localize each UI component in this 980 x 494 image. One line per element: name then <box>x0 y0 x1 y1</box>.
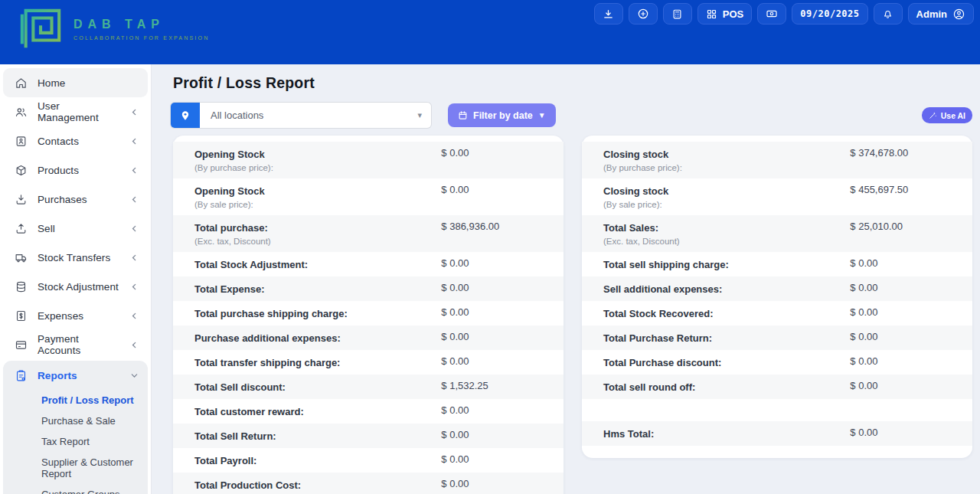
row-label: Total purchase shipping charge: <box>194 306 441 320</box>
calendar-icon <box>458 110 468 120</box>
row-value: $ 0.00 <box>441 184 542 195</box>
row-value: $ 0.00 <box>441 355 542 367</box>
sidebar-item-supplier-customer-report[interactable]: Supplier & Customer Report <box>3 452 148 484</box>
sidebar-item-profit-loss-report[interactable]: Profit / Loss Report <box>3 390 148 411</box>
chevron-left-icon <box>129 283 139 291</box>
chevron-left-icon <box>129 341 139 349</box>
cash-icon <box>766 8 778 20</box>
row-value: $ 25,010.00 <box>850 221 951 232</box>
box-icon <box>14 163 28 177</box>
location-pin-icon <box>171 103 200 128</box>
report-row: Total customer reward:$ 0.00 <box>173 399 564 424</box>
select-caret-icon: ▾ <box>417 103 431 128</box>
home-icon <box>14 76 28 90</box>
sidebar-item-sell[interactable]: Sell <box>3 214 148 243</box>
sidebar-item-stock-adjustment[interactable]: Stock Adjustment <box>3 272 148 301</box>
sidebar-item-expenses[interactable]: Expenses <box>3 301 148 330</box>
profit-loss-cards: Opening Stock(By purchase price):$ 0.00O… <box>152 128 980 494</box>
sidebar-item-contacts[interactable]: Contacts <box>3 126 148 155</box>
row-value: $ 0.00 <box>850 427 951 438</box>
sidebar-item-payment-accounts[interactable]: Payment Accounts <box>3 330 148 359</box>
row-label: Total Sell Return: <box>194 429 441 443</box>
row-value: $ 0.00 <box>850 257 951 269</box>
top-header: DAB TAP COLLABORATION FOR EXPANSION POS … <box>0 0 980 64</box>
report-row: Total Sell Return:$ 0.00 <box>173 424 564 448</box>
sidebar-item-products[interactable]: Products <box>3 155 148 185</box>
date-display[interactable]: 09/20/2025 <box>792 3 867 25</box>
row-label: Total Sell discount: <box>194 380 441 394</box>
calculator-icon <box>671 8 683 20</box>
row-value: $ 0.00 <box>441 282 542 293</box>
report-row: Total purchase shipping charge:$ 0.00 <box>173 301 564 326</box>
report-row: Total purchase:(Exc. tax, Discount)$ 386… <box>173 215 564 252</box>
report-row: Hms Total:$ 0.00 <box>582 421 972 446</box>
add-button[interactable] <box>629 3 658 25</box>
filter-by-date-button[interactable]: Filter by date ▼ <box>448 103 556 127</box>
income-card: Closing stock(By purchase price):$ 374,6… <box>582 136 972 458</box>
bell-icon <box>882 8 893 20</box>
row-value: $ 0.00 <box>441 429 542 440</box>
chevron-down-icon <box>129 371 139 380</box>
row-label: Total customer reward: <box>194 404 441 418</box>
report-row: Opening Stock(By sale price):$ 0.00 <box>173 178 564 215</box>
admin-label: Admin <box>916 8 947 20</box>
row-label: Closing stock(By purchase price): <box>603 147 850 173</box>
cash-register-button[interactable] <box>757 3 786 25</box>
notifications-button[interactable] <box>874 3 903 25</box>
grid-icon <box>706 8 717 20</box>
row-label: Total Payroll: <box>194 453 441 467</box>
filter-by-date-label: Filter by date <box>473 110 533 121</box>
pos-button[interactable]: POS <box>697 3 752 25</box>
row-value: $ 0.00 <box>850 380 951 391</box>
chevron-left-icon <box>129 224 139 233</box>
row-label: Hms Total: <box>603 427 850 440</box>
row-label: Total Expense: <box>194 282 441 296</box>
row-value: $ 0.00 <box>850 331 951 342</box>
row-sublabel: (Exc. tax, Discount) <box>603 237 850 247</box>
location-select[interactable]: All locations ▾ <box>171 103 431 128</box>
report-row: Total Stock Adjustment:$ 0.00 <box>173 252 564 276</box>
row-label: Total Sales:(Exc. tax, Discount) <box>603 221 850 247</box>
report-row: Opening Stock(By purchase price):$ 0.00 <box>173 142 564 178</box>
row-value: $ 0.00 <box>441 306 542 318</box>
main-content: Profit / Loss Report All locations ▾ Fil… <box>152 64 980 494</box>
truck-icon <box>14 250 28 264</box>
report-row: Total Stock Recovered:$ 0.00 <box>582 301 972 326</box>
row-value: $ 0.00 <box>441 478 542 489</box>
row-label: Total Production Cost: <box>194 478 441 492</box>
sidebar-item-purchases[interactable]: Purchases <box>3 185 148 214</box>
sidebar-item-home[interactable]: Home <box>3 68 148 97</box>
use-ai-button[interactable]: Use AI <box>922 107 972 123</box>
magic-wand-icon <box>929 111 937 119</box>
download-icon <box>603 8 614 20</box>
row-label: Total sell round off: <box>603 380 850 394</box>
row-label: Sell additional expenses: <box>603 282 850 296</box>
pos-label: POS <box>723 8 743 20</box>
row-label: Total Stock Recovered: <box>603 306 850 320</box>
plus-circle-icon <box>637 8 649 20</box>
row-label: Total purchase:(Exc. tax, Discount) <box>194 221 441 247</box>
sidebar-item-customer-groups-report[interactable]: Customer Groups Report <box>3 484 148 494</box>
sidebar-item-reports[interactable]: Reports <box>3 361 148 390</box>
page-title: Profit / Loss Report <box>152 64 980 92</box>
sidebar-item-user-management[interactable]: User Management <box>3 97 148 126</box>
sidebar-item-purchase-and-sale[interactable]: Purchase & Sale <box>3 411 148 431</box>
users-icon <box>14 105 28 119</box>
row-sublabel: (By purchase price): <box>194 163 441 173</box>
header-toolbar: POS 09/20/2025 Admin <box>594 3 974 25</box>
admin-menu-button[interactable]: Admin <box>908 3 974 25</box>
row-label: Total Purchase discount: <box>603 355 850 369</box>
chevron-left-icon <box>129 254 139 262</box>
row-label: Purchase additional expenses: <box>194 331 441 345</box>
report-row: Total sell round off:$ 0.00 <box>582 375 972 399</box>
sidebar-item-stock-transfers[interactable]: Stock Transfers <box>3 243 148 272</box>
calculator-button[interactable] <box>663 3 692 25</box>
expenses-card: Opening Stock(By purchase price):$ 0.00O… <box>173 136 564 494</box>
chevron-left-icon <box>129 195 139 204</box>
report-row: Closing stock(By purchase price):$ 374,6… <box>582 142 972 178</box>
download-button[interactable] <box>594 3 623 25</box>
sidebar-item-tax-report[interactable]: Tax Report <box>3 431 148 452</box>
row-sublabel: (By sale price): <box>194 200 441 210</box>
current-date: 09/20/2025 <box>800 8 859 19</box>
location-select-value: All locations <box>200 103 417 128</box>
